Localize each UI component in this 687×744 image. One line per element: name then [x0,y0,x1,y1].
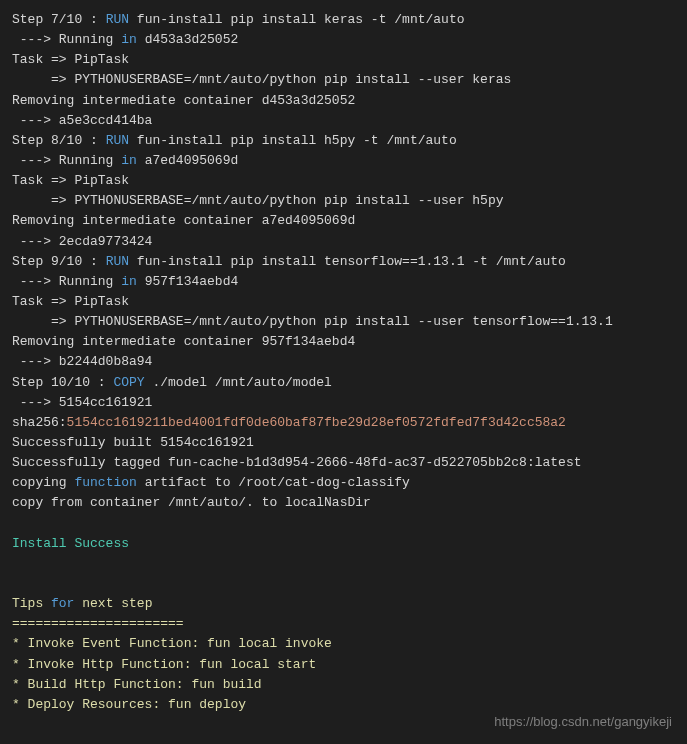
terminal-text-segment: * Deploy Resources: fun deploy [12,697,246,712]
terminal-line: sha256:5154cc1619211bed4001fdf0de60baf87… [12,413,675,433]
terminal-text-segment: ./model /mnt/auto/model [145,375,332,390]
terminal-text-segment [12,556,20,571]
terminal-text-segment: ---> 5154cc161921 [12,395,152,410]
terminal-text-segment: ---> Running [12,153,121,168]
terminal-line: * Build Http Function: fun build [12,675,675,695]
terminal-text-segment [12,516,20,531]
terminal-text-segment: RUN [106,254,129,269]
terminal-text-segment: ---> 2ecda9773424 [12,234,152,249]
terminal-line: Step 10/10 : COPY ./model /mnt/auto/mode… [12,373,675,393]
terminal-text-segment: copying [12,475,74,490]
terminal-line: Task => PipTask [12,171,675,191]
terminal-text-segment: ---> Running [12,32,121,47]
terminal-text-segment [12,576,20,591]
watermark: https://blog.csdn.net/gangyikeji [494,712,672,732]
terminal-text-segment: in [121,32,137,47]
terminal-line: Step 8/10 : RUN fun-install pip install … [12,131,675,151]
terminal-line [12,574,675,594]
terminal-text-segment: Step 7/10 : [12,12,106,27]
terminal-text-segment: function [74,475,136,490]
terminal-line: => PYTHONUSERBASE=/mnt/auto/python pip i… [12,312,675,332]
terminal-text-segment: in [121,274,137,289]
terminal-line: * Invoke Http Function: fun local start [12,655,675,675]
terminal-text-segment: Removing intermediate container d453a3d2… [12,93,355,108]
terminal-line: Tips for next step [12,594,675,614]
terminal-text-segment: Tips [12,596,51,611]
terminal-text-segment: in [121,153,137,168]
terminal-text-segment: Step 10/10 : [12,375,113,390]
terminal-line: ---> Running in 957f134aebd4 [12,272,675,292]
terminal-line: Step 7/10 : RUN fun-install pip install … [12,10,675,30]
terminal-text-segment: => PYTHONUSERBASE=/mnt/auto/python pip i… [12,314,613,329]
terminal-text-segment: ---> Running [12,274,121,289]
terminal-line: Task => PipTask [12,292,675,312]
terminal-text-segment: Install Success [12,536,129,551]
terminal-text-segment: 5154cc1619211bed4001fdf0de60baf87fbe29d2… [67,415,566,430]
terminal-line: Install Success [12,534,675,554]
terminal-text-segment: for [51,596,74,611]
terminal-line: * Invoke Event Function: fun local invok… [12,634,675,654]
terminal-line: Successfully built 5154cc161921 [12,433,675,453]
terminal-text-segment: Task => PipTask [12,52,129,67]
terminal-line [12,514,675,534]
terminal-text-segment: Removing intermediate container 957f134a… [12,334,355,349]
terminal-text-segment: ====================== [12,616,184,631]
terminal-text-segment: copy from container /mnt/auto/. to local… [12,495,371,510]
terminal-text-segment: ---> b2244d0b8a94 [12,354,152,369]
terminal-text-segment: Successfully tagged fun-cache-b1d3d954-2… [12,455,582,470]
terminal-line: ---> 5154cc161921 [12,393,675,413]
terminal-text-segment: Step 8/10 : [12,133,106,148]
terminal-line: Step 9/10 : RUN fun-install pip install … [12,252,675,272]
terminal-line: copy from container /mnt/auto/. to local… [12,493,675,513]
terminal-line: ---> Running in d453a3d25052 [12,30,675,50]
terminal-text-segment: RUN [106,12,129,27]
terminal-text-segment: => PYTHONUSERBASE=/mnt/auto/python pip i… [12,193,503,208]
terminal-line: ====================== [12,614,675,634]
terminal-text-segment: * Build Http Function: fun build [12,677,262,692]
terminal-text-segment: ---> a5e3ccd414ba [12,113,152,128]
terminal-line: ---> a5e3ccd414ba [12,111,675,131]
terminal-text-segment: Removing intermediate container a7ed4095… [12,213,355,228]
terminal-text-segment: Task => PipTask [12,294,129,309]
terminal-line [12,554,675,574]
terminal-line: => PYTHONUSERBASE=/mnt/auto/python pip i… [12,191,675,211]
terminal-output: Step 7/10 : RUN fun-install pip install … [12,10,675,715]
terminal-line: => PYTHONUSERBASE=/mnt/auto/python pip i… [12,70,675,90]
terminal-line: Removing intermediate container d453a3d2… [12,91,675,111]
terminal-text-segment: fun-install pip install keras -t /mnt/au… [129,12,464,27]
terminal-text-segment: artifact to /root/cat-dog-classify [137,475,410,490]
terminal-text-segment: => PYTHONUSERBASE=/mnt/auto/python pip i… [12,72,511,87]
terminal-line: ---> b2244d0b8a94 [12,352,675,372]
terminal-text-segment: Step 9/10 : [12,254,106,269]
terminal-text-segment: Task => PipTask [12,173,129,188]
terminal-text-segment: fun-install pip install h5py -t /mnt/aut… [129,133,457,148]
terminal-line: ---> 2ecda9773424 [12,232,675,252]
terminal-line: Removing intermediate container a7ed4095… [12,211,675,231]
terminal-text-segment: 957f134aebd4 [137,274,238,289]
terminal-line: Successfully tagged fun-cache-b1d3d954-2… [12,453,675,473]
terminal-text-segment: fun-install pip install tensorflow==1.13… [129,254,566,269]
terminal-text-segment: sha256: [12,415,67,430]
terminal-text-segment: a7ed4095069d [137,153,238,168]
terminal-text-segment: COPY [113,375,144,390]
terminal-text-segment: Successfully built 5154cc161921 [12,435,254,450]
terminal-text-segment: RUN [106,133,129,148]
terminal-line: Removing intermediate container 957f134a… [12,332,675,352]
terminal-text-segment: next step [74,596,152,611]
terminal-text-segment: d453a3d25052 [137,32,238,47]
terminal-line: ---> Running in a7ed4095069d [12,151,675,171]
terminal-line: copying function artifact to /root/cat-d… [12,473,675,493]
terminal-text-segment: * Invoke Http Function: fun local start [12,657,316,672]
terminal-line: Task => PipTask [12,50,675,70]
terminal-text-segment: * Invoke Event Function: fun local invok… [12,636,332,651]
